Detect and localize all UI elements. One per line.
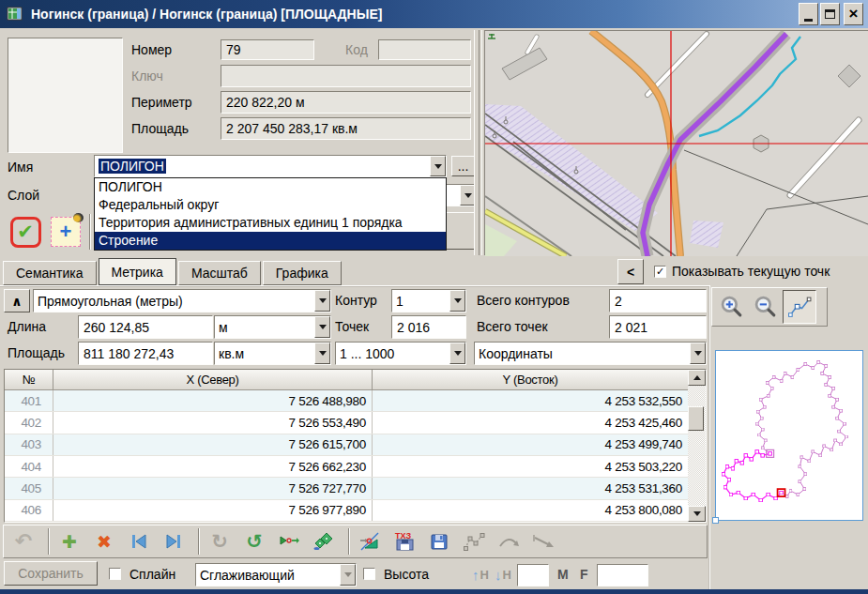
- delete-point-icon[interactable]: ✖: [92, 529, 116, 554]
- points-field[interactable]: 2 016: [391, 315, 466, 339]
- chevron-down-icon[interactable]: [314, 316, 330, 338]
- cell-y[interactable]: 4 253 531,360: [373, 478, 688, 498]
- contour-combobox[interactable]: 1: [391, 289, 466, 312]
- chevron-down-icon[interactable]: [690, 343, 706, 364]
- close-button[interactable]: ×: [844, 3, 863, 25]
- undo-icon[interactable]: ↶: [11, 529, 36, 554]
- snap-point-icon[interactable]: [358, 529, 382, 554]
- back-button[interactable]: <: [617, 259, 644, 284]
- chevron-down-icon[interactable]: [449, 290, 465, 312]
- show-point-checkbox[interactable]: ✓: [654, 266, 666, 278]
- cell-y[interactable]: 4 253 499,740: [373, 434, 688, 455]
- cell-x[interactable]: 7 526 727,770: [53, 478, 373, 498]
- chevron-down-icon[interactable]: [340, 564, 356, 586]
- name-combobox-arrow[interactable]: [430, 156, 446, 176]
- save-disk-icon[interactable]: [427, 529, 451, 554]
- total-contours-field[interactable]: 2: [609, 289, 707, 312]
- chevron-down-icon[interactable]: [314, 343, 330, 364]
- split-contour-icon[interactable]: [312, 529, 336, 554]
- table-row[interactable]: 406 7 526 977,890 4 253 800,080: [5, 500, 688, 522]
- area2-field[interactable]: 811 180 272,43: [78, 342, 213, 365]
- smoothing-combobox[interactable]: Сглаживающий: [195, 563, 357, 586]
- slope-icon[interactable]: [531, 529, 556, 554]
- dropdown-option-selected[interactable]: Строение: [95, 232, 446, 250]
- cell-x[interactable]: 7 526 662,230: [53, 456, 373, 477]
- map-view[interactable]: [485, 30, 868, 255]
- table-row[interactable]: 403 7 526 615,700 4 253 499,740: [5, 434, 688, 456]
- tab-grafika[interactable]: Графика: [263, 261, 342, 285]
- cell-y[interactable]: 4 253 503,220: [373, 456, 688, 477]
- area-unit-combobox[interactable]: кв.м: [214, 342, 331, 365]
- name-combobox[interactable]: ПОЛИГОН: [94, 155, 447, 177]
- tab-metrika[interactable]: Метрика: [99, 258, 176, 285]
- zoom-in-button[interactable]: [715, 290, 749, 324]
- tab-semantika[interactable]: Семантика: [3, 261, 97, 285]
- cell-x[interactable]: 7 526 553,490: [53, 412, 373, 433]
- scroll-up-button[interactable]: [688, 370, 706, 386]
- code-field[interactable]: [378, 39, 471, 60]
- length-unit-combobox[interactable]: м: [214, 315, 331, 339]
- table-row[interactable]: 404 7 526 662,230 4 253 503,220: [5, 456, 688, 478]
- perimeter-field[interactable]: 220 822,20 м: [221, 91, 471, 114]
- table-row[interactable]: 405 7 526 727,770 4 253 531,360: [5, 478, 688, 499]
- header-y[interactable]: Y (Восток): [373, 370, 688, 389]
- cell-y[interactable]: 4 253 800,080: [373, 500, 688, 521]
- header-num[interactable]: №: [5, 370, 53, 389]
- m-field[interactable]: [517, 564, 549, 586]
- length-field[interactable]: 260 124,85: [78, 315, 213, 339]
- header-x[interactable]: X (Север): [53, 370, 373, 389]
- first-point-icon[interactable]: [127, 529, 151, 554]
- create-object-button[interactable]: +: [48, 214, 84, 250]
- move-point-icon[interactable]: [277, 529, 301, 554]
- dropdown-option[interactable]: ПОЛИГОН: [95, 178, 446, 196]
- add-point-icon[interactable]: ✚: [57, 529, 82, 554]
- last-point-icon[interactable]: [161, 529, 186, 554]
- preview-corner-handle[interactable]: [712, 517, 719, 524]
- chevron-down-icon[interactable]: [314, 290, 330, 312]
- cell-x[interactable]: 7 526 977,890: [53, 500, 373, 521]
- rotate-icon[interactable]: ↻: [207, 529, 232, 554]
- edit-nodes-icon[interactable]: [462, 529, 486, 554]
- table-row[interactable]: 402 7 526 553,490 4 253 425,460: [5, 412, 688, 434]
- number-field[interactable]: 79: [221, 39, 314, 60]
- view-mode-combobox[interactable]: Координаты: [474, 342, 707, 365]
- height-up-button[interactable]: ↑Н: [472, 567, 489, 583]
- cell-x[interactable]: 7 526 615,700: [53, 434, 373, 455]
- map-splitter[interactable]: [474, 30, 485, 255]
- maximize-button[interactable]: [820, 3, 840, 25]
- arc-icon[interactable]: [496, 529, 521, 554]
- dropdown-option[interactable]: Федеральный округ: [95, 196, 446, 214]
- confirm-button[interactable]: ✔: [8, 214, 43, 250]
- scroll-down-button[interactable]: [688, 506, 706, 522]
- cell-x[interactable]: 7 526 488,980: [53, 390, 373, 411]
- reverse-direction-icon[interactable]: ↺: [242, 529, 266, 554]
- chevron-down-icon[interactable]: [449, 343, 465, 364]
- f-field[interactable]: [597, 564, 648, 586]
- height-down-button[interactable]: ↓Н: [495, 567, 511, 583]
- title-bar[interactable]: Ногинск (граница) / Ногинск (граница) [П…: [0, 0, 868, 28]
- table-scrollbar[interactable]: [688, 370, 706, 522]
- total-points-field[interactable]: 2 021: [609, 315, 707, 339]
- save-txt-icon[interactable]: ТХЗ: [392, 529, 417, 554]
- name-more-button[interactable]: ...: [451, 156, 475, 176]
- spline-checkbox[interactable]: [109, 568, 121, 580]
- polyline-mode-button[interactable]: [783, 290, 816, 324]
- scrollbar-track[interactable]: [688, 386, 706, 506]
- cell-y[interactable]: 4 253 425,460: [373, 412, 688, 433]
- key-field[interactable]: [221, 65, 471, 87]
- save-button[interactable]: Сохранить: [4, 561, 98, 586]
- range-combobox[interactable]: 1 ... 1000: [335, 342, 466, 365]
- scrollbar-thumb[interactable]: [688, 406, 704, 431]
- tab-masshtab[interactable]: Масштаб: [178, 261, 261, 285]
- table-row[interactable]: 401 7 526 488,980 4 253 532,550: [5, 390, 688, 412]
- dropdown-option[interactable]: Территория административных единиц 1 пор…: [95, 214, 446, 232]
- collapse-button[interactable]: ∧: [4, 289, 30, 312]
- zoom-out-button[interactable]: [749, 290, 783, 324]
- height-checkbox[interactable]: [363, 568, 375, 580]
- projection-combobox[interactable]: Прямоугольная (метры): [33, 289, 331, 312]
- minimize-button[interactable]: [799, 3, 818, 25]
- area-field[interactable]: 2 207 450 283,17 кв.м: [221, 117, 471, 140]
- cell-y[interactable]: 4 253 532,550: [373, 390, 688, 411]
- coordinates-table[interactable]: № X (Север) Y (Восток) 401 7 526 488,980…: [4, 369, 707, 523]
- object-outline-preview[interactable]: [715, 350, 863, 521]
